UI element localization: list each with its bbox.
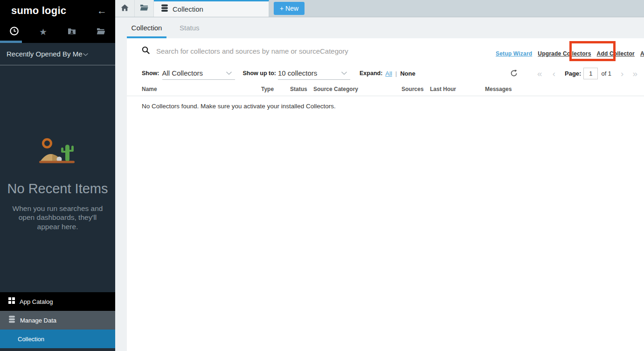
show-dropdown-value: All Collectors (162, 69, 203, 77)
upgrade-collectors-link[interactable]: Upgrade Collectors (538, 50, 591, 57)
collectors-table-header: Name Type Status Source Category Sources… (127, 84, 644, 96)
chevron-down-icon (341, 71, 347, 75)
app-window: sumo logic ← ★ (0, 0, 644, 351)
show-label: Show: (142, 70, 159, 77)
home-icon (121, 4, 129, 13)
top-tab-strip: Collection + New (115, 0, 644, 17)
toolbar-links: Setup Wizard Upgrade Collectors Add Coll… (496, 50, 644, 57)
setup-wizard-link[interactable]: Setup Wizard (496, 50, 532, 57)
shared-folder-icon (68, 28, 76, 37)
column-header-status: Status (290, 86, 307, 92)
expand-all-link[interactable]: All (385, 70, 392, 77)
pagination: « ‹ Page: of 1 › » (510, 68, 639, 79)
database-icon (8, 316, 15, 325)
previous-page-icon[interactable]: ‹ (553, 69, 555, 78)
column-header-sources: Sources (402, 86, 423, 92)
sidebar-bottom-strip (0, 348, 115, 351)
sidebar-item-label: Manage Data (20, 317, 56, 324)
folder-icon (140, 4, 148, 13)
refresh-icon (510, 70, 518, 77)
content-region: Collection Status Setup Wizard Upgrade C… (115, 17, 644, 351)
tab-status[interactable]: Status (180, 17, 200, 38)
sidebar-tab-recents[interactable] (0, 21, 29, 43)
last-page-icon[interactable]: » (632, 69, 637, 78)
library-button[interactable] (135, 0, 154, 17)
access-keys-link[interactable]: Access Keys (640, 50, 644, 57)
column-header-last-hour: Last Hour (430, 86, 456, 92)
column-header-source-category: Source Category (313, 86, 358, 92)
add-collector-link[interactable]: Add Collector (597, 50, 635, 57)
sidebar-icon-nav: ★ (0, 21, 115, 43)
tab-strip-spacer: + New (269, 0, 644, 17)
page-number-input[interactable] (583, 68, 598, 79)
sidebar-empty-state: No Recent Items When you run searches an… (0, 65, 115, 292)
no-recent-items-title: No Recent Items (7, 181, 108, 197)
expand-none-link[interactable]: None (400, 70, 415, 77)
show-up-to-dropdown[interactable]: 10 collectors (278, 67, 350, 80)
page-tabs: Collection Status (115, 17, 644, 38)
column-header-messages: Messages (485, 86, 512, 92)
sidebar-tab-library[interactable] (86, 21, 115, 43)
collapse-sidebar-icon[interactable]: ← (97, 6, 107, 15)
desert-illustration (30, 135, 86, 170)
tab-collection[interactable]: Collection (127, 17, 166, 38)
page-count-label: of 1 (601, 70, 611, 77)
search-icon (142, 46, 150, 56)
chevron-down-icon (83, 50, 89, 58)
sidebar-tab-favorites[interactable]: ★ (29, 21, 58, 43)
database-icon (161, 4, 168, 14)
no-collectors-message: No Collectors found. Make sure you activ… (142, 103, 644, 110)
next-page-icon[interactable]: › (621, 69, 623, 78)
filter-row: Show: All Collectors Show up to: 10 coll… (127, 66, 644, 80)
sidebar-header: sumo logic ← (0, 0, 115, 21)
expand-separator: | (395, 70, 397, 77)
page-label: Page: (565, 70, 581, 77)
search-row: Setup Wizard Upgrade Collectors Add Coll… (127, 38, 644, 63)
open-folder-icon (97, 28, 105, 37)
no-recent-items-description: When you run searches and open dashboard… (8, 204, 108, 231)
sumo-logic-logo: sumo logic (11, 5, 66, 17)
grid-icon (8, 297, 15, 306)
tab-title: Collection (173, 5, 203, 13)
expand-label: Expand: (360, 70, 382, 77)
sidebar-item-label: App Catalog (20, 298, 53, 305)
show-up-to-label: Show up to: (243, 70, 277, 77)
active-tab-indicator (0, 41, 22, 43)
star-icon: ★ (39, 28, 47, 36)
show-dropdown[interactable]: All Collectors (162, 67, 235, 80)
home-button[interactable] (115, 0, 135, 17)
first-page-icon[interactable]: « (537, 69, 542, 78)
chevron-down-icon (226, 71, 232, 75)
collection-panel: Setup Wizard Upgrade Collectors Add Coll… (127, 38, 644, 351)
refresh-button[interactable] (510, 70, 518, 77)
main-area: Collection + New Collection Status Setup… (115, 0, 644, 351)
show-up-to-value: 10 collectors (278, 69, 317, 77)
sidebar-item-label: Collection (18, 336, 44, 343)
clock-icon (9, 26, 19, 38)
recent-scope-dropdown[interactable]: Recently Opened By Me (0, 43, 115, 65)
sidebar-item-manage-data[interactable]: Manage Data (0, 311, 115, 330)
search-input[interactable] (156, 47, 389, 55)
new-button[interactable]: + New (274, 2, 305, 15)
collection-tab[interactable]: Collection (154, 0, 269, 17)
column-header-type: Type (261, 86, 274, 92)
sidebar-tab-shared-content[interactable] (58, 21, 87, 43)
sidebar-item-app-catalog[interactable]: App Catalog (0, 292, 115, 311)
sidebar-item-collection[interactable]: Collection (0, 330, 115, 348)
column-header-name: Name (142, 86, 157, 92)
sidebar: sumo logic ← ★ (0, 0, 115, 351)
recent-scope-label: Recently Opened By Me (7, 50, 83, 58)
